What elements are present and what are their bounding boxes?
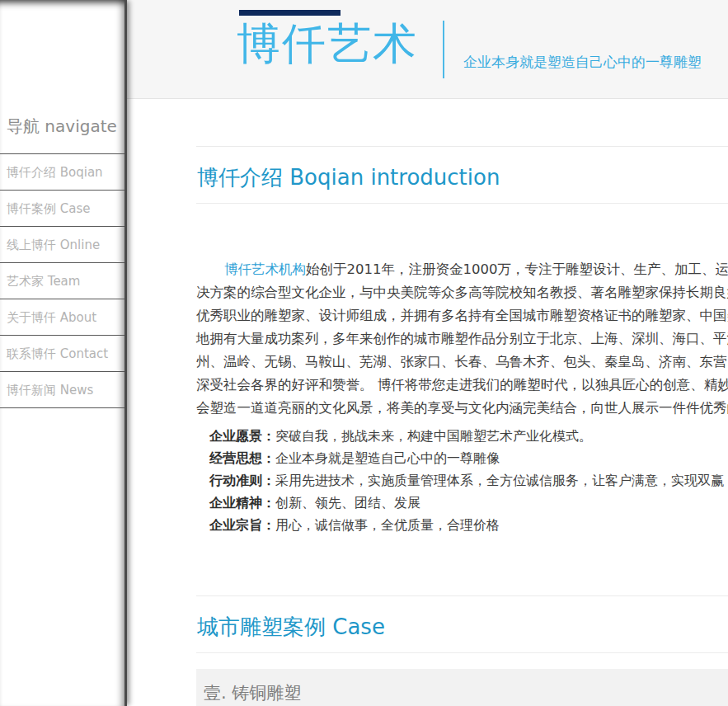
- paragraph-line: 深受社会各界的好评和赞誉。 博仟将带您走进我们的雕塑时代，以独具匠心的创意、精妙…: [196, 374, 728, 397]
- value-text: 企业本身就是塑造自己心中的一尊雕像: [275, 450, 500, 466]
- value-label: 行动准则：: [209, 473, 275, 488]
- intro-section: 博仟介绍 Boqian introduction 博仟艺术机构始创于2011年，…: [196, 146, 728, 536]
- paragraph-line: 博仟艺术机构始创于2011年，注册资金1000万，专注于雕塑设计、生产、加工、运…: [196, 258, 728, 281]
- boqian-org-link[interactable]: 博仟艺术机构: [224, 261, 306, 277]
- value-text: 突破自我，挑战未来，构建中国雕塑艺术产业化模式。: [275, 428, 592, 444]
- sidebar-nav: 博仟介绍 Boqian 博仟案例 Case 线上博仟 Online 艺术家 Te…: [0, 154, 124, 408]
- case-section: 城市雕塑案例 Case 壹. 铸铜雕塑: [196, 595, 728, 706]
- paragraph-line: 决方案的综合型文化企业，与中央美院等众多高等院校知名教授、著名雕塑家保持长期良好…: [196, 281, 728, 304]
- value-item-vision: 企业愿景：突破自我，挑战未来，构建中国雕塑艺术产业化模式。: [209, 425, 728, 447]
- site-tagline: 企业本身就是塑造自己心中的一尊雕塑: [463, 53, 702, 72]
- value-label: 经营思想：: [209, 450, 275, 466]
- value-label: 企业愿景：: [209, 428, 275, 444]
- paragraph-line: 优秀职业的雕塑家、设计师组成，并拥有多名持有全国城市雕塑资格证书的雕塑家、中国美…: [196, 304, 728, 327]
- page-content: 博仟介绍 Boqian introduction 博仟艺术机构始创于2011年，…: [196, 146, 728, 706]
- value-label: 企业宗旨：: [209, 517, 275, 533]
- sidebar-item-team[interactable]: 艺术家 Team: [0, 263, 124, 299]
- sidebar-item-boqian[interactable]: 博仟介绍 Boqian: [0, 154, 124, 191]
- main-area: 博仟艺术 企业本身就是塑造自己心中的一尊雕塑 博仟介绍 Boqian intro…: [127, 0, 728, 706]
- value-label: 企业精神：: [209, 495, 275, 511]
- value-item-philosophy: 经营思想：企业本身就是塑造自己心中的一尊雕像: [209, 447, 728, 469]
- value-text: 创新、领先、团结、发展: [275, 495, 420, 511]
- value-item-spirit: 企业精神：创新、领先、团结、发展: [209, 492, 728, 514]
- site-logo: 博仟艺术: [237, 15, 418, 74]
- intro-section-heading: 博仟介绍 Boqian introduction: [196, 163, 728, 204]
- value-item-purpose: 企业宗旨：用心，诚信做事，全优质量，合理价格: [209, 514, 728, 536]
- paragraph-line-text: 始创于2011年，注册资金1000万，专注于雕塑设计、生产、加工、运输、安装: [306, 261, 728, 277]
- paragraph-line: 会塑造一道道亮丽的文化风景，将美的享受与文化内涵完美结合，向世人展示一件件优秀的…: [196, 397, 728, 420]
- case-section-heading: 城市雕塑案例 Case: [196, 613, 728, 653]
- case-category-bar-bronze[interactable]: 壹. 铸铜雕塑: [196, 669, 728, 706]
- sidebar-item-news[interactable]: 博仟新闻 News: [0, 372, 124, 408]
- value-item-principle: 行动准则：采用先进技术，实施质量管理体系，全方位诚信服务，让客户满意，实现双赢: [209, 469, 728, 492]
- sidebar: 导航 navigate 博仟介绍 Boqian 博仟案例 Case 线上博仟 O…: [0, 0, 127, 706]
- sidebar-item-about[interactable]: 关于博仟 About: [0, 299, 124, 336]
- sidebar-title: 导航 navigate: [0, 115, 124, 154]
- logo-divider-line: [443, 21, 444, 78]
- paragraph-line: 地拥有大量成功案列，多年来创作的城市雕塑作品分别立于北京、上海、深圳、海口、平潭…: [196, 327, 728, 351]
- site-header: 博仟艺术 企业本身就是塑造自己心中的一尊雕塑: [127, 0, 728, 99]
- sidebar-item-case[interactable]: 博仟案例 Case: [0, 191, 124, 227]
- company-values-list: 企业愿景：突破自我，挑战未来，构建中国雕塑艺术产业化模式。 经营思想：企业本身就…: [209, 425, 728, 536]
- sidebar-item-online[interactable]: 线上博仟 Online: [0, 227, 124, 263]
- sidebar-item-contact[interactable]: 联系博仟 Contact: [0, 336, 124, 372]
- value-text: 采用先进技术，实施质量管理体系，全方位诚信服务，让客户满意，实现双赢: [275, 473, 724, 488]
- intro-paragraph: 博仟艺术机构始创于2011年，注册资金1000万，专注于雕塑设计、生产、加工、运…: [196, 258, 728, 420]
- paragraph-line: 州、温岭、无锡、马鞍山、芜湖、张家口、长春、乌鲁木齐、包头、秦皇岛、济南、东营、…: [196, 351, 728, 374]
- value-text: 用心，诚信做事，全优质量，合理价格: [275, 517, 500, 533]
